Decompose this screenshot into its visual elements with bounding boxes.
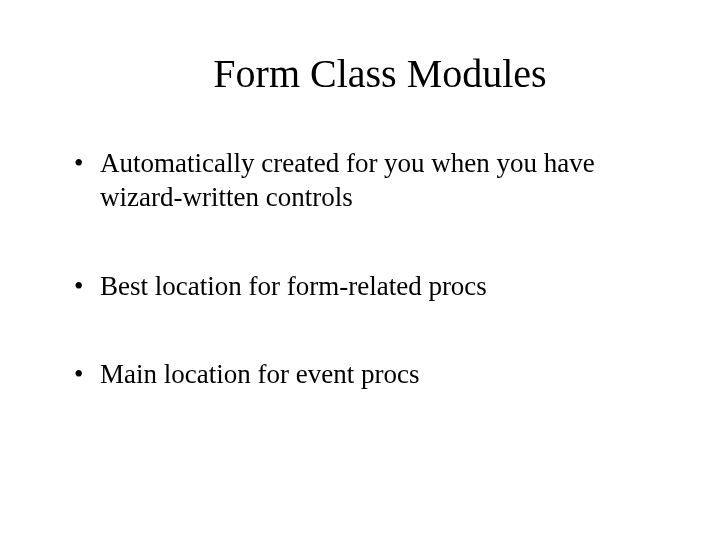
bullet-item: Automatically created for you when you h… <box>70 147 650 215</box>
slide-title: Form Class Modules <box>70 50 650 97</box>
bullet-item: Main location for event procs <box>70 358 650 392</box>
bullet-item: Best location for form-related procs <box>70 270 650 304</box>
slide: Form Class Modules Automatically created… <box>0 0 720 540</box>
bullet-list: Automatically created for you when you h… <box>70 147 650 392</box>
